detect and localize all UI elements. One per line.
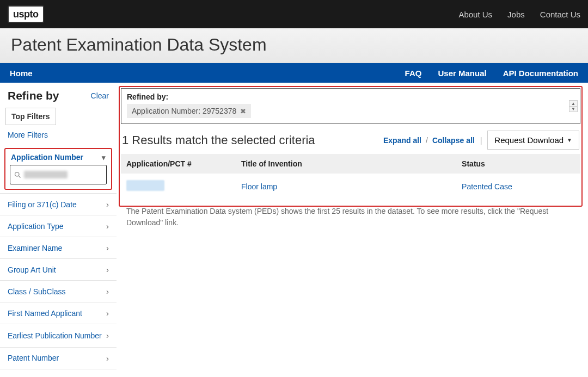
chevron-right-icon: › xyxy=(106,200,109,209)
facet-class-subclass[interactable]: Class / SubClass › xyxy=(0,281,117,302)
results-table: Application/PCT # Title of Invention Sta… xyxy=(121,154,580,235)
nav-home[interactable]: Home xyxy=(10,69,33,78)
clear-filters-link[interactable]: Clear xyxy=(91,91,109,100)
table-row[interactable]: Floor lamp Patented Case xyxy=(121,174,580,199)
top-nav: About Us Jobs Contact Us xyxy=(458,10,580,19)
results-toolbar: 1 Results match the selected criteria Ex… xyxy=(121,127,580,154)
results-note-row: The Patent Examination Data system (PEDs… xyxy=(121,199,580,235)
facet-filing-date[interactable]: Filing or 371(c) Date › xyxy=(0,194,117,215)
search-icon xyxy=(14,171,22,179)
expand-all-link[interactable]: Expand all xyxy=(383,136,421,145)
refine-heading: Refine by xyxy=(8,89,59,102)
caret-down-icon: ▼ xyxy=(567,137,572,143)
chevron-down-icon: ▾ xyxy=(102,153,106,162)
refined-by-box: Refined by: Application Number: 29752378… xyxy=(121,88,580,124)
facet-group-art-unit[interactable]: Group Art Unit › xyxy=(0,259,117,281)
col-status[interactable]: Status xyxy=(456,154,580,174)
facet-label: Application Type xyxy=(8,222,63,231)
facet-earliest-publication-number[interactable]: Earliest Publication Number › xyxy=(0,324,117,348)
facet-label: Earliest Publication Number xyxy=(8,331,102,341)
nav-api-documentation[interactable]: API Documentation xyxy=(503,69,578,78)
facet-application-type[interactable]: Application Type › xyxy=(0,215,117,237)
chevron-right-icon: › xyxy=(106,221,109,231)
separator: | xyxy=(479,136,483,145)
filter-chip-text: Application Number: 29752378 xyxy=(132,107,236,115)
separator: / xyxy=(426,136,428,145)
uspto-logo[interactable]: uspto xyxy=(8,5,44,23)
chevron-right-icon: › xyxy=(106,287,109,296)
application-number-search[interactable] xyxy=(10,165,107,184)
nav-contact-us[interactable]: Contact Us xyxy=(540,10,580,19)
facet-label: Group Art Unit xyxy=(8,265,56,274)
status-link[interactable]: Patented Case xyxy=(462,182,512,191)
results-count-heading: 1 Results match the selected criteria xyxy=(122,133,315,147)
col-application-pct[interactable]: Application/PCT # xyxy=(121,154,236,174)
facet-label: Application Number xyxy=(11,153,83,162)
svg-line-1 xyxy=(19,176,20,177)
facet-first-named-applicant[interactable]: First Named Applicant › xyxy=(0,302,117,324)
results-note: The Patent Examination Data system (PEDs… xyxy=(121,199,580,235)
facet-label: First Named Applicant xyxy=(8,309,82,318)
application-number-cell[interactable] xyxy=(126,180,164,191)
facet-list: Filing or 371(c) Date › Application Type… xyxy=(0,193,117,369)
svg-point-0 xyxy=(15,172,20,176)
top-header: uspto About Us Jobs Contact Us xyxy=(0,0,588,28)
nav-jobs[interactable]: Jobs xyxy=(507,10,525,19)
primary-nav-bar: Home FAQ User Manual API Documentation xyxy=(0,63,588,83)
tab-top-filters[interactable]: Top Filters xyxy=(5,108,56,125)
application-number-input-value xyxy=(24,171,68,178)
chevron-right-icon: › xyxy=(106,243,109,252)
results-panel: Refined by: Application Number: 29752378… xyxy=(117,83,588,240)
chevron-right-icon: › xyxy=(106,265,109,274)
facet-label: Examiner Name xyxy=(8,244,62,252)
table-header-row: Application/PCT # Title of Invention Sta… xyxy=(121,154,580,174)
nav-about-us[interactable]: About Us xyxy=(458,10,492,19)
facet-label: Class / SubClass xyxy=(8,287,66,296)
arrow-up-icon[interactable]: ▲ xyxy=(569,101,577,106)
nav-faq[interactable]: FAQ xyxy=(405,69,422,78)
facet-application-number: Application Number ▾ xyxy=(4,148,112,190)
refine-sidebar: Refine by Clear Top Filters More Filters… xyxy=(0,83,117,375)
page-title-band: Patent Examination Data System xyxy=(0,28,588,63)
request-download-label: Request Download xyxy=(494,135,564,145)
facet-patent-number[interactable]: Patent Number › xyxy=(0,348,117,369)
remove-filter-icon[interactable]: ✖ xyxy=(240,107,246,115)
chevron-right-icon: › xyxy=(106,354,109,363)
filter-chip-application-number: Application Number: 29752378 ✖ xyxy=(127,104,251,118)
collapse-all-link[interactable]: Collapse all xyxy=(432,136,475,145)
facet-label: Patent Number xyxy=(8,354,59,362)
facet-label: Filing or 371(c) Date xyxy=(8,200,77,209)
refined-scroll-stepper[interactable]: ▲ ▼ xyxy=(569,100,578,112)
col-title-of-invention[interactable]: Title of Invention xyxy=(236,154,456,174)
chevron-right-icon: › xyxy=(106,330,109,341)
chevron-right-icon: › xyxy=(106,308,109,318)
more-filters-link[interactable]: More Filters xyxy=(0,125,117,146)
facet-examiner-name[interactable]: Examiner Name › xyxy=(0,237,117,259)
invention-title-link[interactable]: Floor lamp xyxy=(241,182,277,191)
request-download-button[interactable]: Request Download ▼ xyxy=(487,131,579,150)
nav-user-manual[interactable]: User Manual xyxy=(438,69,486,78)
arrow-down-icon[interactable]: ▼ xyxy=(569,106,577,112)
page-title: Patent Examination Data System xyxy=(11,35,577,55)
facet-application-number-header[interactable]: Application Number ▾ xyxy=(10,153,107,165)
refined-by-label: Refined by: xyxy=(127,92,574,101)
